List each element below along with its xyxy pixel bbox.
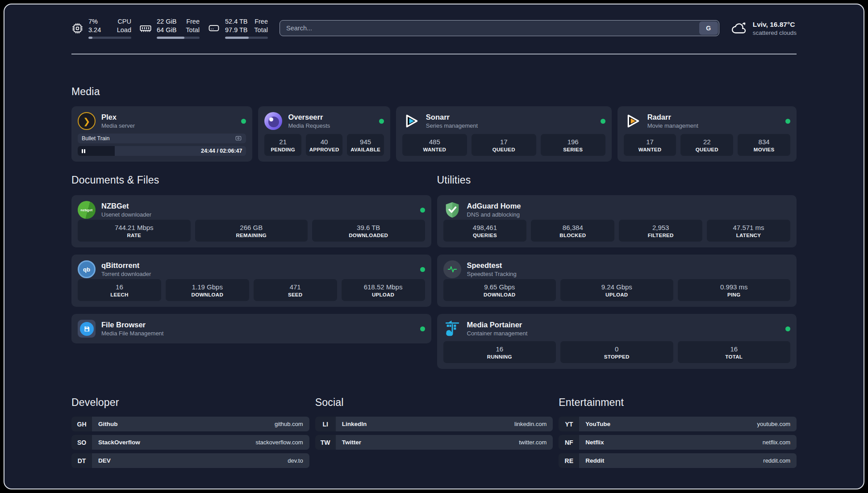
memory-stat: 22 GiB 64 GiB Free Total <box>139 17 200 39</box>
weather-widget: Lviv, 16.87°C scattered clouds <box>731 20 797 37</box>
app-title: Radarr <box>647 113 698 121</box>
bookmark-abbr: DT <box>71 453 92 468</box>
disk-progress-bar <box>225 37 268 39</box>
stat-upload: 9.24 GbpsUPLOAD <box>560 279 673 301</box>
app-card-qbittorrent[interactable]: qb qBittorrent Torrent downloader 16LEEC… <box>71 255 431 307</box>
stat-wanted: 485WANTED <box>402 134 467 156</box>
section-title-social: Social <box>315 397 553 409</box>
app-card-sonarr[interactable]: Sonarr Series management 485WANTED 17QUE… <box>396 106 612 162</box>
app-card-adguard[interactable]: AdGuard Home DNS and adblocking 498,461Q… <box>437 195 797 247</box>
bookmark-link-reddit[interactable]: RE Redditreddit.com <box>559 453 797 468</box>
stat-downloaded: 39.6 TBDOWNLOADED <box>312 220 425 242</box>
bookmark-link-linkedin[interactable]: LI LinkedInlinkedin.com <box>315 417 553 431</box>
bookmark-url: youtube.com <box>757 421 790 427</box>
app-card-filebrowser[interactable]: File Browser Media File Management <box>71 314 431 343</box>
app-title: Speedtest <box>467 261 517 270</box>
memory-free-label: Free <box>186 17 200 26</box>
app-card-speedtest[interactable]: Speedtest Speedtest Tracking 9.65 GbpsDO… <box>437 255 797 307</box>
app-card-plex[interactable]: ❯ Plex Media server Bullet Train 24:44 /… <box>71 106 252 162</box>
app-subtitle: Movie management <box>647 122 698 129</box>
app-card-portainer[interactable]: Media Portainer Container management 16R… <box>437 314 797 369</box>
bookmark-link-dev[interactable]: DT DEVdev.to <box>71 453 309 468</box>
qbittorrent-icon: qb <box>78 260 96 278</box>
bookmark-name: YouTube <box>585 421 610 427</box>
stat-movies: 834MOVIES <box>738 134 790 156</box>
stat-available: 945AVAILABLE <box>347 134 384 156</box>
stat-filtered: 2,953FILTERED <box>619 220 702 242</box>
media-grid: ❯ Plex Media server Bullet Train 24:44 /… <box>71 106 797 162</box>
bookmark-link-netflix[interactable]: NF Netflixnetflix.com <box>559 435 797 450</box>
weather-condition: scattered clouds <box>753 29 797 36</box>
app-title: Media Portainer <box>467 321 528 329</box>
stat-seed: 471SEED <box>254 279 337 301</box>
stat-download: 1.19 GbpsDOWNLOAD <box>166 279 249 301</box>
app-subtitle: Torrent downloader <box>101 271 151 277</box>
stat-ping: 0.993 msPING <box>678 279 791 301</box>
bookmark-abbr: LI <box>315 417 336 431</box>
bookmark-link-stackoverflow[interactable]: SO StackOverflowstackoverflow.com <box>71 435 309 450</box>
bookmark-link-youtube[interactable]: YT YouTubeyoutube.com <box>559 417 797 431</box>
sonarr-icon <box>402 112 420 130</box>
stat-pending: 21PENDING <box>264 134 301 156</box>
bookmark-abbr: RE <box>559 453 579 468</box>
system-stats: 7% 3.24 CPU Load <box>71 17 268 39</box>
stat-queued: 22QUEUED <box>680 134 733 156</box>
plex-icon: ❯ <box>78 112 96 130</box>
section-documents: Documents & Files nzbget NZBGet Usenet d… <box>71 174 431 369</box>
header-divider <box>71 54 797 54</box>
app-title: AdGuard Home <box>467 202 521 210</box>
stat-rate: 744.21 MbpsRATE <box>78 220 191 242</box>
status-dot <box>241 119 246 124</box>
stat-series: 196SERIES <box>541 134 605 156</box>
app-card-nzbget[interactable]: nzbget NZBGet Usenet downloader 744.21 M… <box>71 195 431 247</box>
bookmark-name: DEV <box>98 457 111 464</box>
app-title: Sonarr <box>426 113 478 121</box>
status-dot <box>379 119 384 124</box>
app-title: File Browser <box>101 321 163 329</box>
speedtest-pulse-icon <box>443 260 461 278</box>
bookmark-url: reddit.com <box>763 457 790 464</box>
playback-time: 24:44 / 02:06:47 <box>201 148 246 154</box>
overseerr-icon <box>264 112 282 130</box>
bookmark-abbr: YT <box>559 417 579 431</box>
cpu-load-value: 3.24 <box>88 26 101 34</box>
disk-free-value: 52.4 TB <box>225 17 248 26</box>
stat-wanted: 17WANTED <box>624 134 676 156</box>
app-subtitle: Speedtest Tracking <box>467 271 517 277</box>
app-subtitle: Media server <box>101 122 135 129</box>
app-card-overseerr[interactable]: Overseerr Media Requests 21PENDING 40APP… <box>258 106 390 162</box>
now-playing-progress: 24:44 / 02:06:47 <box>78 146 246 156</box>
section-title-documents: Documents & Files <box>71 174 431 186</box>
bookmark-url: twitter.com <box>519 439 547 446</box>
stat-stopped: 0STOPPED <box>560 341 673 363</box>
stat-blocked: 86,384BLOCKED <box>531 220 614 242</box>
app-subtitle: Media Requests <box>288 122 330 129</box>
bookmark-abbr: NF <box>559 435 579 450</box>
search-bar: G <box>280 20 719 36</box>
search-engine-button[interactable]: G <box>699 21 718 35</box>
bookmark-url: dev.to <box>288 457 303 464</box>
memory-total-label: Total <box>186 26 200 34</box>
disk-icon <box>208 22 220 34</box>
portainer-icon <box>443 320 461 338</box>
bookmark-link-github[interactable]: GH Githubgithub.com <box>71 417 309 431</box>
top-bar: 7% 3.24 CPU Load <box>71 18 797 38</box>
pause-icon[interactable] <box>82 149 85 153</box>
filebrowser-icon <box>78 320 96 338</box>
bookmark-link-twitter[interactable]: TW Twittertwitter.com <box>315 435 553 450</box>
app-card-radarr[interactable]: Radarr Movie management 17WANTED 22QUEUE… <box>618 106 797 162</box>
app-subtitle: Series management <box>426 122 478 129</box>
search-input[interactable] <box>280 20 719 36</box>
bookmark-name: LinkedIn <box>342 421 367 427</box>
app-subtitle: Container management <box>467 330 528 337</box>
status-dot <box>601 119 605 124</box>
bookmark-url: linkedin.com <box>514 421 547 427</box>
app-title: Overseerr <box>288 113 330 121</box>
stat-upload: 618.52 MbpsUPLOAD <box>342 279 425 301</box>
now-playing-row: Bullet Train <box>78 134 246 143</box>
cpu-load-label: Load <box>117 26 131 34</box>
app-title: qBittorrent <box>101 261 151 270</box>
disk-free-label: Free <box>254 17 268 26</box>
cpu-usage-value: 7% <box>88 17 101 26</box>
bookmark-abbr: GH <box>71 417 92 431</box>
